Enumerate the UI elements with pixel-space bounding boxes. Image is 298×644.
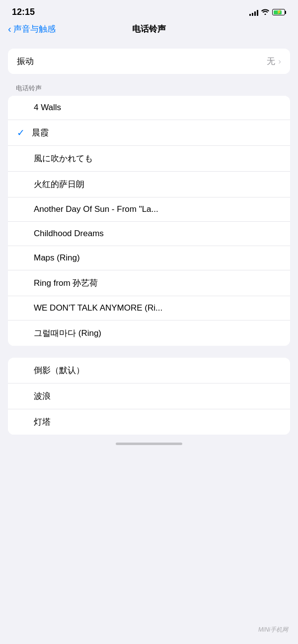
list-item[interactable]: Another Day Of Sun - From "La... [8,197,290,222]
ringtone-item-text: 倒影（默认） [34,365,84,376]
watermark: MiNi手机网 [258,626,288,634]
list-item[interactable]: 風に吹かれても [8,146,290,172]
default-ringtone-card: 倒影（默认） 波浪 灯塔 [8,358,290,435]
list-item[interactable]: ✓ 晨霞 [8,120,290,146]
back-label: 声音与触感 [13,23,56,35]
section-gap [0,352,298,358]
list-item[interactable]: WE DON'T TALK ANYMORE (Ri... [8,296,290,321]
vibration-card: 振动 无 › [8,49,290,74]
ringtone-item-text: Ring from 孙艺荷 [34,277,98,289]
ringtone-item-text: Childhood Dreams [34,229,104,239]
ringtone-item-text: Maps (Ring) [34,253,80,263]
ringtone-item-text: 그럴때마다 (Ring) [34,327,101,339]
list-item[interactable]: Childhood Dreams [8,222,290,246]
battery-icon: ⚡ [272,9,286,15]
ringtone-item-text: 風に吹かれても [34,153,93,164]
status-icons: ⚡ [249,8,286,16]
checkmark-icon: ✓ [17,127,25,138]
status-time: 12:15 [12,7,35,17]
ringtone-list-card: 4 Walls ✓ 晨霞 風に吹かれても 火红的萨日朗 Another Day … [8,96,290,346]
list-item[interactable]: 倒影（默认） [8,358,290,384]
vibration-value: 无 [267,56,275,67]
vibration-chevron-icon: › [278,57,281,66]
ringtone-item-text: 灯塔 [34,416,51,428]
list-item[interactable]: Ring from 孙艺荷 [8,270,290,296]
list-item[interactable]: 火红的萨日朗 [8,172,290,197]
wifi-icon [261,8,269,16]
ringtone-item-text: 火红的萨日朗 [34,179,84,190]
ringtone-section: 电话铃声 4 Walls ✓ 晨霞 風に吹かれても 火红的萨日朗 Another [0,84,298,346]
list-item[interactable]: 그럴때마다 (Ring) [8,321,290,346]
home-indicator [116,443,182,445]
list-item[interactable]: 4 Walls [8,96,290,120]
ringtone-list: 4 Walls ✓ 晨霞 風に吹かれても 火红的萨日朗 Another Day … [8,96,290,346]
list-item[interactable]: 波浪 [8,384,290,409]
status-bar: 12:15 ⚡ [0,0,298,21]
list-item[interactable]: 灯塔 [8,409,290,435]
list-item[interactable]: Maps (Ring) [8,246,290,270]
ringtone-item-text: Another Day Of Sun - From "La... [34,204,158,214]
back-chevron-icon: ‹ [8,24,11,34]
section-label: 电话铃声 [0,84,298,96]
vibration-row[interactable]: 振动 无 › [8,49,290,74]
vibration-label: 振动 [17,56,267,67]
default-ringtone-list: 倒影（默认） 波浪 灯塔 [8,358,290,435]
nav-bar: ‹ 声音与触感 电话铃声 [0,21,298,41]
back-button[interactable]: ‹ 声音与触感 [8,23,56,35]
ringtone-item-text: 晨霞 [32,127,49,138]
signal-icon [249,9,258,16]
ringtone-item-text: WE DON'T TALK ANYMORE (Ri... [34,303,162,313]
page-title: 电话铃声 [132,23,166,35]
ringtone-item-text: 波浪 [34,390,51,402]
ringtone-item-text: 4 Walls [34,103,61,113]
